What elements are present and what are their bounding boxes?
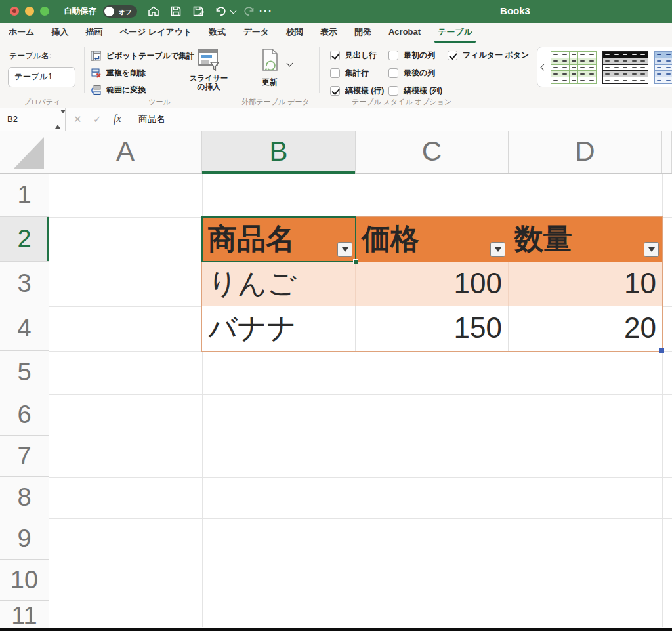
refresh-icon bbox=[259, 48, 280, 73]
row-header-9[interactable]: 9 bbox=[0, 518, 49, 560]
tab-draw[interactable]: 描画 bbox=[85, 24, 104, 43]
column-header-b-selected[interactable]: B bbox=[202, 131, 356, 173]
option-filter-button[interactable]: フィルター ボタン bbox=[448, 50, 529, 60]
undo-icon[interactable] bbox=[214, 5, 227, 18]
table-style-preview-blue[interactable] bbox=[654, 51, 672, 84]
option-label: 集計行 bbox=[345, 68, 369, 79]
option-total-row[interactable]: 集計行 bbox=[330, 68, 369, 78]
table-row: バナナ 150 20 bbox=[202, 306, 662, 351]
ribbon-tab-bar: ホーム 挿入 描画 ページ レイアウト 数式 データ 校閲 表示 開発 Acro… bbox=[0, 23, 672, 43]
row-header-10[interactable]: 10 bbox=[0, 560, 49, 601]
select-all-corner[interactable] bbox=[0, 131, 49, 173]
tab-insert[interactable]: 挿入 bbox=[51, 24, 70, 43]
cell-c3[interactable]: 100 bbox=[356, 262, 509, 306]
option-first-column[interactable]: 最初の列 bbox=[388, 50, 435, 60]
column-header-e-partial[interactable] bbox=[662, 131, 672, 173]
tab-acrobat[interactable]: Acrobat bbox=[388, 24, 421, 41]
row-header-2-selected[interactable]: 2 bbox=[0, 217, 49, 262]
tab-developer[interactable]: 開発 bbox=[354, 24, 372, 43]
column-header-a[interactable]: A bbox=[49, 131, 202, 173]
remove-duplicates-button[interactable]: 重複を削除 bbox=[91, 66, 146, 79]
confirm-entry-icon[interactable]: ✓ bbox=[93, 113, 102, 125]
cell-b4[interactable]: バナナ bbox=[202, 306, 356, 351]
redo-icon[interactable] bbox=[243, 5, 256, 18]
tab-home[interactable]: ホーム bbox=[8, 24, 35, 43]
row-header-6[interactable]: 6 bbox=[0, 394, 49, 436]
cell-b2-selected[interactable]: 商品名 bbox=[202, 217, 356, 262]
name-box-stepper[interactable] bbox=[55, 113, 66, 125]
undo-dropdown-chevron-icon[interactable] bbox=[231, 9, 236, 14]
option-banded-columns[interactable]: 縞模様 (列) bbox=[388, 85, 442, 96]
tab-formulas[interactable]: 数式 bbox=[208, 24, 226, 43]
option-header-row[interactable]: 見出し行 bbox=[330, 50, 377, 60]
filter-dropdown-icon bbox=[648, 247, 655, 252]
row-header-5[interactable]: 5 bbox=[0, 351, 49, 394]
save-as-icon[interactable] bbox=[192, 5, 205, 18]
group-divider bbox=[84, 47, 85, 93]
name-box[interactable]: B2 bbox=[0, 108, 66, 131]
checkbox-unchecked-icon[interactable] bbox=[330, 68, 340, 78]
tab-view[interactable]: 表示 bbox=[320, 24, 338, 43]
cell-d4[interactable]: 20 bbox=[509, 306, 662, 351]
filter-button-d2[interactable] bbox=[644, 242, 659, 257]
column-header-c[interactable]: C bbox=[356, 131, 509, 173]
minimize-window-button[interactable] bbox=[25, 7, 34, 16]
refresh-dropdown-chevron-icon[interactable] bbox=[287, 61, 293, 66]
checkbox-checked-icon[interactable] bbox=[330, 86, 340, 96]
table-name-input[interactable]: テーブル1 bbox=[8, 67, 75, 87]
refresh-label: 更新 bbox=[255, 77, 285, 88]
row-header-1[interactable]: 1 bbox=[0, 174, 49, 217]
cell-d3[interactable]: 10 bbox=[509, 262, 662, 306]
checkbox-unchecked-icon[interactable] bbox=[388, 51, 398, 60]
column-header-d[interactable]: D bbox=[509, 131, 662, 173]
table-style-preview-green[interactable] bbox=[551, 51, 597, 84]
row-header-8[interactable]: 8 bbox=[0, 477, 49, 518]
more-commands-icon[interactable]: ··· bbox=[259, 5, 273, 16]
refresh-button[interactable]: 更新 bbox=[255, 48, 285, 88]
filter-button-b2[interactable] bbox=[337, 242, 352, 257]
formula-input[interactable]: 商品名 bbox=[138, 113, 165, 125]
tab-table-active[interactable]: テーブル bbox=[437, 24, 473, 43]
tab-data[interactable]: データ bbox=[242, 24, 270, 43]
save-icon[interactable] bbox=[169, 5, 182, 18]
row-header-11[interactable]: 11 bbox=[0, 601, 49, 631]
insert-function-icon[interactable]: fx bbox=[114, 113, 121, 125]
cell-d2[interactable]: 数量 bbox=[509, 217, 662, 262]
checkbox-unchecked-icon[interactable] bbox=[388, 68, 398, 78]
filter-button-c2[interactable] bbox=[490, 242, 505, 257]
home-icon[interactable] bbox=[147, 5, 160, 18]
cell-c4[interactable]: 150 bbox=[356, 306, 509, 351]
option-label: フィルター ボタン bbox=[463, 50, 529, 61]
close-window-button[interactable] bbox=[10, 7, 19, 16]
checkbox-checked-icon[interactable] bbox=[448, 51, 457, 60]
tab-review[interactable]: 校閲 bbox=[285, 24, 304, 43]
column-header-row: A B C D bbox=[0, 131, 672, 174]
cancel-entry-icon[interactable]: ✕ bbox=[74, 113, 82, 125]
gallery-scroll-left-icon[interactable] bbox=[541, 65, 547, 70]
gridline bbox=[49, 436, 672, 436]
ribbon: テーブル名: テーブル1 プロパティ ピボットテーブルで集計 重複を削除 範囲に… bbox=[0, 43, 672, 108]
row-header-7[interactable]: 7 bbox=[0, 436, 49, 477]
table-style-preview-black[interactable] bbox=[602, 51, 648, 84]
screen-bottom-edge bbox=[0, 628, 672, 631]
tab-page-layout[interactable]: ページ レイアウト bbox=[119, 24, 193, 43]
convert-to-range-button[interactable]: 範囲に変換 bbox=[91, 83, 146, 96]
cell-b3[interactable]: りんご bbox=[202, 262, 356, 306]
option-label: 縞模様 (行) bbox=[345, 85, 384, 96]
checkbox-unchecked-icon[interactable] bbox=[388, 86, 398, 96]
checkbox-checked-icon[interactable] bbox=[330, 51, 340, 60]
gridline bbox=[49, 394, 672, 395]
option-last-column[interactable]: 最後の列 bbox=[388, 68, 435, 78]
summarize-with-pivottable-button[interactable]: ピボットテーブルで集計 bbox=[91, 49, 194, 62]
option-banded-rows[interactable]: 縞模様 (行) bbox=[330, 85, 384, 96]
table-resize-handle[interactable] bbox=[659, 348, 664, 353]
insert-slicer-button[interactable]: スライサー の挿入 bbox=[189, 48, 228, 91]
cell-c2[interactable]: 価格 bbox=[356, 217, 509, 262]
row-header-4[interactable]: 4 bbox=[0, 306, 49, 351]
row-header-3[interactable]: 3 bbox=[0, 262, 49, 306]
slicer-label-line1: スライサー bbox=[189, 74, 228, 83]
autosave-toggle[interactable]: オフ bbox=[103, 5, 137, 18]
formula-bar: B2 ✕ ✓ fx 商品名 bbox=[0, 108, 672, 131]
zoom-window-button[interactable] bbox=[40, 7, 49, 16]
document-title: Book3 bbox=[472, 5, 558, 16]
